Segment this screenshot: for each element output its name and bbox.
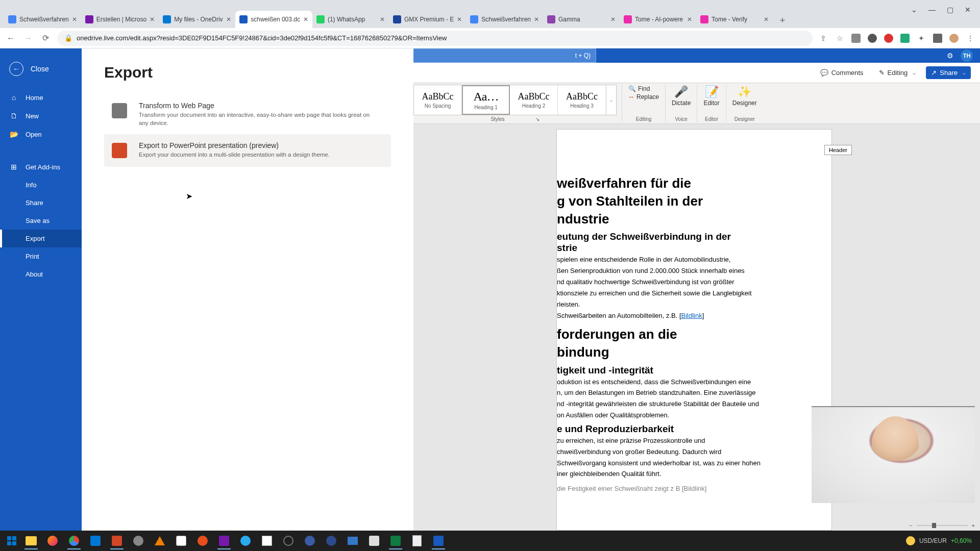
backstage-nav-item[interactable]: 🗋New [0,107,82,125]
tab-close-icon[interactable]: ✕ [303,16,308,23]
window-close-button[interactable]: ✕ [965,6,971,14]
favicon [239,15,248,23]
tab-close-icon[interactable]: ✕ [457,16,462,23]
taskbar-chrome[interactable] [65,532,83,549]
nav-icon: 📂 [9,130,18,138]
tab-close-icon[interactable]: ✕ [72,16,77,23]
browser-tab[interactable]: Tome - Verify✕ [696,11,773,28]
tab-search-icon[interactable]: ⌄ [911,6,917,14]
image-link[interactable]: Bildlink [681,312,702,319]
chrome-menu-icon[interactable]: ⋮ [966,34,975,43]
style-gallery-more[interactable]: ⌵ [606,85,617,115]
backstage-nav-item[interactable]: Export [0,230,82,247]
ext-icon-3[interactable] [884,34,893,43]
style-option[interactable]: AaBbCcHeading 2 [510,85,558,115]
styles-dialog-launcher[interactable]: ↘ [535,116,540,122]
backstage-nav-item[interactable]: Info [0,176,82,194]
tell-me-search[interactable]: t + Q) [412,48,596,63]
taskbar-ticker[interactable]: USD/EUR +0,60% [906,536,972,545]
new-tab-button[interactable]: + [775,13,790,28]
share-button[interactable]: ↗Share⌵ [926,66,971,79]
start-button[interactable] [3,532,20,549]
browser-tab[interactable]: Tome - AI-powere✕ [620,11,696,28]
taskbar-explorer[interactable] [22,532,40,549]
taskbar-app-9[interactable] [365,532,383,549]
style-option[interactable]: Aa…Heading 1 [462,85,510,115]
nav-reload-button[interactable]: ⟳ [40,33,51,44]
style-option[interactable]: AaBbCcNo Spacing [414,85,462,115]
tab-close-icon[interactable]: ✕ [534,16,539,23]
designer-icon[interactable]: ✨ [738,85,751,98]
tab-close-icon[interactable]: ✕ [150,16,155,23]
taskbar-app-5[interactable] [280,532,297,549]
browser-tab[interactable]: GMX Premium - E✕ [389,11,466,28]
share-icon[interactable]: ⇪ [819,34,828,43]
url-field[interactable]: 🔒 onedrive.live.com/edit.aspx?resid=3DE0… [57,31,813,46]
taskbar-excel[interactable] [387,532,404,549]
profile-avatar[interactable] [949,34,959,43]
taskbar-app-6[interactable] [301,532,318,549]
taskbar-onenote[interactable] [215,532,233,549]
taskbar-app-8[interactable] [344,532,361,549]
browser-tab[interactable]: My files - OneDriv✕ [159,11,235,28]
browser-tab[interactable]: (1) WhatsApp✕ [312,11,389,28]
taskbar-vlc[interactable] [151,532,168,549]
find-button[interactable]: 🔍Find [628,85,650,92]
browser-tab[interactable]: Erstellen | Microso✕ [81,11,159,28]
style-gallery[interactable]: AaBbCcNo SpacingAa…Heading 1AaBbCcHeadin… [413,85,606,115]
extensions-icon[interactable]: ✦ [917,34,926,43]
tab-close-icon[interactable]: ✕ [380,16,385,23]
user-avatar[interactable]: TH [961,49,973,62]
taskbar-word[interactable] [430,532,447,549]
window-maximize-button[interactable]: ▢ [947,6,953,14]
replace-button[interactable]: ↔Replace [628,93,659,101]
taskbar-powerpoint[interactable] [108,532,126,549]
ext-icon-4[interactable] [900,34,910,43]
tab-close-icon[interactable]: ✕ [687,16,692,23]
editor-icon[interactable]: 📝 [705,85,719,98]
browser-tab[interactable]: schweißen 003.dc✕ [235,11,312,28]
taskbar-app-7[interactable] [323,532,340,549]
ext-icon-2[interactable] [868,34,877,43]
tab-close-icon[interactable]: ✕ [226,16,231,23]
backstage-nav-item[interactable]: Save as [0,212,82,230]
taskbar-app-3[interactable] [194,532,211,549]
backstage-nav-item[interactable]: 📂Open [0,125,82,143]
tab-close-icon[interactable]: ✕ [764,16,769,23]
nav-label: Open [26,131,42,138]
window-minimize-button[interactable]: — [928,6,936,14]
zoom-out-button[interactable]: − [909,522,912,529]
taskbar-firefox[interactable] [44,532,61,549]
taskbar-app-2[interactable] [173,532,190,549]
taskbar-outlook[interactable] [87,532,104,549]
header-chip[interactable]: Header [824,145,852,155]
browser-tab[interactable]: Schweißverfahren✕ [466,11,543,28]
settings-icon[interactable]: ⚙ [947,52,953,60]
export-option[interactable]: Transform to Web PageTransform your docu… [104,94,391,134]
ext-icon-5[interactable] [933,34,942,43]
taskbar-app-4[interactable] [258,532,276,549]
tab-close-icon[interactable]: ✕ [610,16,616,23]
ext-icon-1[interactable] [851,34,861,43]
backstage-nav-item[interactable]: ⌂Home [0,88,82,107]
editing-mode-button[interactable]: ✎Editing⌵ [874,66,921,79]
mic-icon[interactable]: 🎤 [674,85,688,98]
backstage-close-button[interactable]: ← Close [0,57,82,88]
zoom-in-button[interactable]: + [972,522,975,529]
backstage-nav-item[interactable]: Share [0,194,82,212]
backstage-nav-item[interactable]: About [0,265,82,283]
taskbar-app-10[interactable] [408,532,426,549]
style-option[interactable]: AaBbCcHeading 3 [558,85,606,115]
bookmark-icon[interactable]: ☆ [835,34,844,43]
backstage-nav-item[interactable]: Print [0,247,82,265]
export-option[interactable]: Export to PowerPoint presentation (previ… [104,134,391,167]
backstage-nav-item[interactable]: ⊞Get Add-ins [0,158,82,176]
browser-tab[interactable]: Gamma✕ [543,11,620,28]
taskbar-telegram[interactable] [237,532,254,549]
nav-back-button[interactable]: ← [5,33,16,44]
browser-tab[interactable]: Schweißverfahren✕ [4,11,81,28]
taskbar-app-1[interactable] [130,532,147,549]
zoom-slider[interactable] [917,525,968,526]
zoom-control[interactable]: − + [909,522,975,529]
comments-button[interactable]: 💬Comments [815,66,869,79]
